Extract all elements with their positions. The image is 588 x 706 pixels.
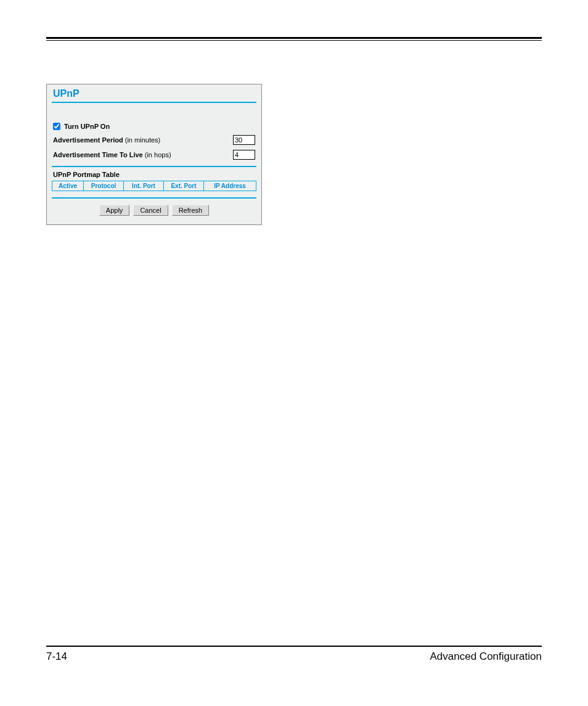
page-footer: 7-14 Advanced Configuration	[46, 646, 542, 663]
advertisement-ttl-label: Advertisement Time To Live (in hops)	[53, 151, 171, 158]
divider	[52, 166, 256, 167]
upnp-panel: UPnP Turn UPnP On Advertisement Period (…	[46, 84, 262, 225]
panel-title: UPnP	[52, 88, 256, 101]
col-header-protocol: Protocol	[84, 181, 124, 191]
advertisement-ttl-row: Advertisement Time To Live (in hops)	[52, 147, 256, 162]
portmap-table-label: UPnP Portmap Table	[52, 171, 256, 181]
advertisement-period-label: Advertisement Period (in minutes)	[53, 136, 160, 144]
advertisement-period-row: Advertisement Period (in minutes)	[52, 133, 256, 147]
button-row: Apply Cancel Refresh	[52, 205, 256, 218]
panel-area: UPnP Turn UPnP On Advertisement Period (…	[46, 84, 542, 225]
turn-upnp-on-checkbox[interactable]	[53, 123, 60, 130]
portmap-table: Active Protocol Int. Port Ext. Port IP A…	[52, 181, 256, 191]
col-header-ext-port: Ext. Port	[164, 181, 204, 191]
spacer	[52, 108, 256, 121]
turn-upnp-on-row: Turn UPnP On	[52, 121, 256, 133]
col-header-active: Active	[52, 181, 84, 191]
footer-row: 7-14 Advanced Configuration	[46, 651, 542, 663]
cancel-button[interactable]: Cancel	[133, 205, 168, 216]
apply-button[interactable]: Apply	[99, 205, 130, 216]
portmap-header-row: Active Protocol Int. Port Ext. Port IP A…	[52, 181, 256, 191]
advertisement-period-input[interactable]	[233, 135, 255, 145]
section-title: Advanced Configuration	[430, 651, 542, 663]
page-number: 7-14	[46, 651, 67, 663]
col-header-int-port: Int. Port	[124, 181, 164, 191]
footer-rule	[46, 646, 542, 647]
turn-upnp-on-label: Turn UPnP On	[64, 123, 110, 130]
top-rule-thin	[46, 40, 542, 41]
top-rule-thick	[46, 37, 542, 39]
document-page: UPnP Turn UPnP On Advertisement Period (…	[0, 0, 588, 706]
advertisement-ttl-input[interactable]	[233, 150, 255, 160]
refresh-button[interactable]: Refresh	[172, 205, 210, 216]
divider	[52, 102, 256, 103]
divider	[52, 197, 256, 199]
col-header-ip-address: IP Address	[204, 181, 256, 191]
